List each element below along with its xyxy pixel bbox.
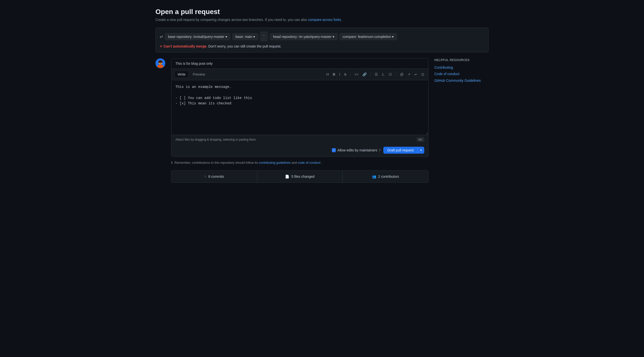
pr-title-input[interactable] (172, 59, 428, 69)
contrib-text2: and (292, 161, 298, 164)
sidebar-link-code-of-conduct[interactable]: Code of conduct (434, 71, 488, 76)
contrib-note: ℹ Remember, contributions to this reposi… (171, 161, 428, 164)
tab-write[interactable]: Write (174, 71, 189, 78)
draft-pull-request-button[interactable]: Draft pull request (383, 147, 418, 154)
sidebar-link-community-guidelines[interactable]: GitHub Community Guidelines (434, 78, 488, 83)
attach-area: Attach files by dragging & dropping, sel… (172, 135, 428, 144)
contributors-icon: 👥 (372, 175, 376, 178)
branch-selector-bar: ⇄ base repository: invisal/query-master … (156, 27, 488, 52)
draft-btn-group: Draft pull request ▾ (383, 147, 424, 154)
avatar (156, 58, 165, 68)
allow-edits-container: ✓ Allow edits by maintainers ? (332, 148, 380, 152)
tab-preview[interactable]: Preview (190, 71, 208, 78)
reference-icon[interactable]: ↗ (406, 72, 412, 77)
heading-icon[interactable]: H (326, 72, 330, 77)
bold-icon[interactable]: B (332, 72, 336, 77)
files-count: 5 files changed (291, 175, 314, 178)
ordered-list-icon[interactable]: 1. (381, 72, 386, 77)
allow-edits-checkbox[interactable]: ✓ (332, 148, 336, 152)
error-icon: ✕ (160, 44, 162, 48)
submit-row: ✓ Allow edits by maintainers ? Draft pul… (172, 144, 428, 157)
tasklist-icon[interactable]: ☑ (388, 72, 393, 77)
sidebar: Helpful resources Contributing Code of c… (434, 58, 488, 84)
contributors-stat: 👥 2 contributors (343, 171, 428, 182)
italic-icon[interactable]: I (338, 72, 341, 77)
sidebar-link-contributing[interactable]: Contributing (434, 65, 488, 70)
pr-editor: Write Preview H B I S̶ <> 🔗 ☰ 1. (171, 58, 428, 157)
contributors-count: 2 contributors (378, 175, 399, 178)
info-icon: ℹ (171, 161, 172, 164)
allow-edits-label: Allow edits by maintainers (337, 148, 377, 152)
page-title: Open a pull request (156, 8, 488, 16)
code-of-conduct-link[interactable]: code of conduct (298, 161, 320, 164)
commits-count: 8 commits (208, 175, 224, 178)
contrib-text1: Remember, contributions to this reposito… (174, 161, 258, 164)
page-subtitle: Create a new pull request by comparing c… (156, 18, 488, 22)
files-icon: 📄 (285, 175, 289, 178)
svg-point-2 (158, 64, 163, 68)
undo-icon[interactable]: ↩ (414, 72, 418, 77)
head-repo-selector[interactable]: head repository: rin-yato/query-master ▾ (270, 33, 337, 40)
avatar-column (156, 58, 165, 68)
contributing-guidelines-link[interactable]: contributing guidelines (259, 161, 291, 164)
direction-arrow: ← ··· (260, 32, 268, 41)
chevron-down-icon: ▾ (253, 35, 255, 39)
editor-toolbar: Write Preview H B I S̶ <> 🔗 ☰ 1. (172, 69, 428, 80)
code-icon[interactable]: <> (354, 72, 360, 77)
markdown-badge: MD (416, 137, 424, 142)
strikethrough-icon[interactable]: S̶ (343, 72, 348, 77)
base-branch-selector[interactable]: base: main ▾ (232, 33, 258, 40)
help-icon[interactable]: ? (379, 148, 380, 152)
draft-btn-dropdown[interactable]: ▾ (418, 147, 424, 154)
chevron-down-icon: ▾ (226, 35, 227, 39)
compare-branch-selector[interactable]: compare: feat/enum-completion ▾ (340, 33, 397, 40)
chevron-down-icon: ▾ (392, 35, 394, 39)
link-icon[interactable]: 🔗 (362, 72, 368, 77)
stats-bar: ⑂ 8 commits 📄 5 files changed 👥 2 contri… (171, 170, 428, 183)
expand-icon[interactable]: ⊡ (420, 72, 425, 77)
toolbar-icons: H B I S̶ <> 🔗 ☰ 1. ☑ @ ↗ ↩ (326, 72, 425, 77)
main-layout: Write Preview H B I S̶ <> 🔗 ☰ 1. (156, 58, 488, 183)
sync-icon: ⇄ (160, 34, 163, 39)
chevron-down-icon: ▾ (332, 35, 334, 39)
commits-stat: ⑂ 8 commits (172, 171, 257, 182)
editor-column: Write Preview H B I S̶ <> 🔗 ☰ 1. (171, 58, 428, 183)
contrib-text3: . (321, 161, 322, 164)
pr-body-textarea[interactable]: This is an example message. - [ ] You ca… (172, 80, 428, 134)
sidebar-title: Helpful resources (434, 58, 488, 62)
merge-warning: ✕ Can't automatically merge. Don't worry… (160, 44, 484, 48)
files-stat: 📄 5 files changed (257, 171, 343, 182)
commits-icon: ⑂ (204, 175, 206, 178)
mention-icon[interactable]: @ (399, 72, 404, 77)
unordered-list-icon[interactable]: ☰ (374, 72, 379, 77)
attach-hint: Attach files by dragging & dropping, sel… (176, 138, 257, 141)
base-repo-selector[interactable]: base repository: invisal/query-master ▾ (165, 33, 230, 40)
compare-forks-link[interactable]: compare across forks. (308, 18, 342, 22)
